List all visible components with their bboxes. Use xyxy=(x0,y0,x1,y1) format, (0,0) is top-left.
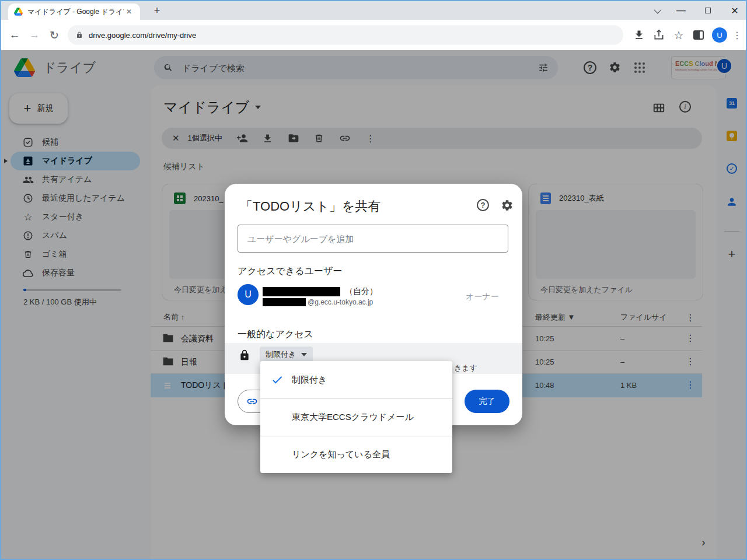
add-people-input[interactable] xyxy=(238,225,508,253)
general-access-dropdown[interactable]: 制限付き xyxy=(260,346,313,362)
downloads-icon[interactable] xyxy=(629,29,649,41)
browser-titlebar: マイドライブ - Google ドライブ ✕ + — ✕ xyxy=(0,0,747,20)
dialog-help-icon[interactable]: ? xyxy=(477,199,489,211)
dialog-settings-icon[interactable] xyxy=(501,199,514,212)
dropdown-caret-icon xyxy=(301,353,307,356)
forward-button[interactable]: → xyxy=(25,29,44,41)
tab-search-chevron-icon[interactable] xyxy=(647,5,666,16)
tab-close-icon[interactable]: ✕ xyxy=(124,8,134,16)
menu-item-anyone-with-link[interactable]: リンクを知っている全員 xyxy=(260,436,452,473)
redacted-owner-email xyxy=(263,298,306,306)
done-button[interactable]: 完了 xyxy=(465,390,509,413)
owner-role-label: オーナー xyxy=(466,292,499,302)
menu-item-restricted[interactable]: 制限付き xyxy=(260,361,452,398)
link-icon xyxy=(246,396,258,407)
browser-tab[interactable]: マイドライブ - Google ドライブ ✕ xyxy=(8,4,140,20)
url-text: drive.google.com/drive/my-drive xyxy=(89,31,196,40)
drive-favicon-icon xyxy=(14,8,23,16)
lock-icon xyxy=(76,31,83,39)
browser-menu-icon[interactable]: ⋮ xyxy=(727,30,747,41)
new-tab-button[interactable]: + xyxy=(149,5,165,17)
owner-avatar: U xyxy=(238,284,259,305)
reload-button[interactable]: ↻ xyxy=(44,29,64,42)
side-panel-icon[interactable] xyxy=(689,30,708,40)
browser-toolbar: ← → ↻ drive.google.com/drive/my-drive ☆ … xyxy=(0,20,747,50)
redacted-owner-name xyxy=(263,287,340,296)
menu-item-eccs-domain[interactable]: 東京大学ECCSクラウドメール xyxy=(260,398,452,436)
window-close-button[interactable]: ✕ xyxy=(725,5,745,16)
tab-title: マイドライブ - Google ドライブ xyxy=(27,7,124,17)
drive-app: ドライブ ? ECCS Cloud Mail Information Techn… xyxy=(0,50,747,559)
check-icon xyxy=(271,373,284,386)
lock-icon xyxy=(239,349,250,362)
people-with-access-heading: アクセスできるユーザー xyxy=(238,265,342,278)
owner-self-suffix: （自分） xyxy=(345,286,378,297)
dialog-title: 「TODOリスト」を共有 xyxy=(240,198,381,215)
share-icon[interactable] xyxy=(649,29,669,41)
bookmark-star-icon[interactable]: ☆ xyxy=(669,29,689,42)
address-bar[interactable]: drive.google.com/drive/my-drive xyxy=(68,25,623,45)
window-minimize-button[interactable]: — xyxy=(671,5,691,16)
general-access-description: きます xyxy=(454,363,477,373)
access-dropdown-menu: 制限付き 東京大学ECCSクラウドメール リンクを知っている全員 xyxy=(260,361,452,473)
window-maximize-button[interactable] xyxy=(698,5,718,16)
back-button[interactable]: ← xyxy=(5,29,25,41)
browser-window: マイドライブ - Google ドライブ ✕ + — ✕ ← → ↻ drive… xyxy=(0,0,747,560)
browser-avatar[interactable]: U xyxy=(712,27,727,43)
owner-email-domain: @g.ecc.u-tokyo.ac.jp xyxy=(308,298,373,306)
general-access-heading: 一般的なアクセス xyxy=(238,328,313,341)
